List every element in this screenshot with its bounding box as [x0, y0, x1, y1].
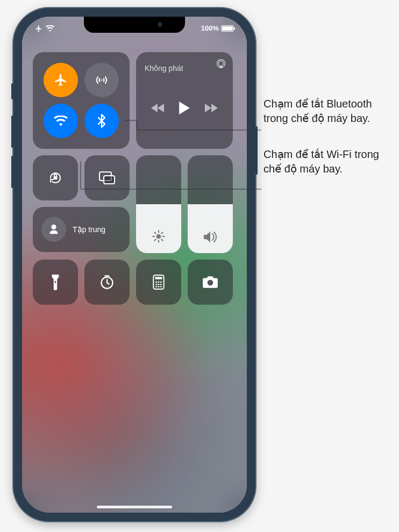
- screen-mirroring-button[interactable]: [84, 155, 130, 200]
- focus-label: Tập trung: [73, 225, 105, 234]
- callouts: Chạm để tắt Bluetooth trong chế độ máy b…: [263, 97, 393, 198]
- focus-icon: [41, 217, 66, 242]
- svg-point-16: [160, 284, 162, 285]
- iphone-device: 100%: [13, 8, 255, 521]
- svg-point-0: [101, 80, 103, 81]
- airplay-icon[interactable]: [216, 59, 226, 69]
- callout-bluetooth: Chạm để tắt Bluetooth trong chế độ máy b…: [263, 97, 393, 126]
- bluetooth-button[interactable]: [84, 104, 119, 138]
- media-next-button[interactable]: [204, 103, 218, 113]
- home-indicator[interactable]: [97, 506, 172, 508]
- focus-button[interactable]: Tập trung: [33, 207, 130, 252]
- svg-rect-3: [54, 176, 58, 179]
- svg-rect-7: [55, 281, 56, 283]
- brightness-slider[interactable]: [136, 155, 181, 253]
- svg-point-20: [208, 280, 213, 286]
- svg-point-19: [160, 286, 162, 287]
- connectivity-module[interactable]: [33, 52, 130, 149]
- volume-down-button: [11, 156, 13, 188]
- media-prev-button[interactable]: [151, 103, 165, 113]
- volume-icon: [203, 231, 218, 243]
- svg-point-17: [155, 286, 157, 287]
- media-title: Không phát: [145, 64, 224, 73]
- calculator-button[interactable]: [136, 260, 181, 305]
- brightness-icon: [152, 229, 166, 243]
- svg-rect-10: [155, 277, 162, 279]
- media-module[interactable]: Không phát: [136, 52, 233, 149]
- callout-wifi: Chạm để tắt Wi-Fi trong chế độ máy bay.: [263, 147, 393, 176]
- screen: 100%: [22, 17, 247, 513]
- airplane-mode-button[interactable]: [44, 63, 78, 97]
- svg-point-12: [158, 282, 160, 283]
- svg-point-18: [158, 286, 160, 287]
- volume-up-button: [11, 116, 13, 148]
- battery-percentage: 100%: [201, 24, 219, 32]
- svg-point-14: [155, 284, 157, 285]
- cellular-data-button[interactable]: [84, 63, 119, 97]
- orientation-lock-button[interactable]: [33, 155, 78, 200]
- svg-point-11: [155, 282, 157, 283]
- notch: [84, 17, 185, 33]
- airplane-status-icon: [35, 25, 42, 32]
- media-play-button[interactable]: [179, 102, 190, 114]
- svg-point-2: [218, 61, 223, 66]
- camera-button[interactable]: [188, 260, 233, 305]
- timer-button[interactable]: [84, 260, 130, 305]
- mute-switch: [11, 83, 13, 99]
- battery-icon: [221, 25, 234, 32]
- svg-rect-5: [104, 176, 115, 184]
- flashlight-button[interactable]: [33, 260, 78, 305]
- svg-point-6: [156, 234, 161, 239]
- svg-point-15: [158, 284, 160, 285]
- battery-indicator: 100%: [201, 24, 234, 32]
- power-button: [255, 126, 258, 175]
- svg-point-13: [160, 282, 162, 283]
- volume-slider[interactable]: [188, 155, 233, 253]
- wifi-button[interactable]: [44, 104, 78, 138]
- wifi-status-icon: [46, 25, 54, 32]
